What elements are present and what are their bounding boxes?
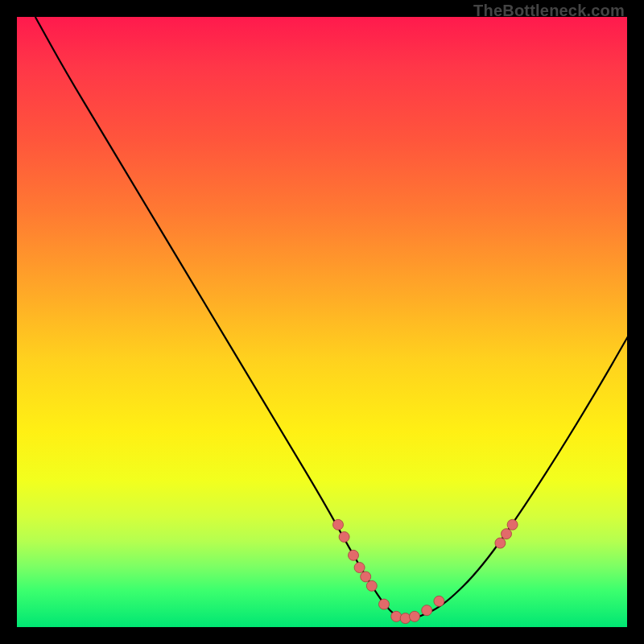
marker-dot bbox=[391, 611, 402, 621]
marker-dot bbox=[354, 563, 365, 573]
marker-dot bbox=[339, 532, 349, 543]
plot-area bbox=[16, 16, 628, 628]
marker-group bbox=[333, 519, 518, 623]
marker-dot bbox=[502, 529, 512, 539]
marker-dot bbox=[495, 538, 506, 548]
marker-dot bbox=[379, 599, 390, 609]
marker-dot bbox=[410, 611, 420, 621]
marker-dot bbox=[361, 572, 371, 582]
marker-dot bbox=[422, 605, 432, 616]
marker-dot bbox=[400, 613, 411, 624]
marker-dot bbox=[349, 550, 359, 560]
chart-container: TheBottleneck.com bbox=[0, 0, 644, 644]
marker-dot bbox=[333, 519, 344, 530]
chart-svg bbox=[17, 17, 629, 629]
bottleneck-curve bbox=[35, 17, 629, 618]
marker-dot bbox=[434, 596, 444, 606]
marker-dot bbox=[507, 519, 518, 530]
marker-dot bbox=[366, 580, 377, 591]
